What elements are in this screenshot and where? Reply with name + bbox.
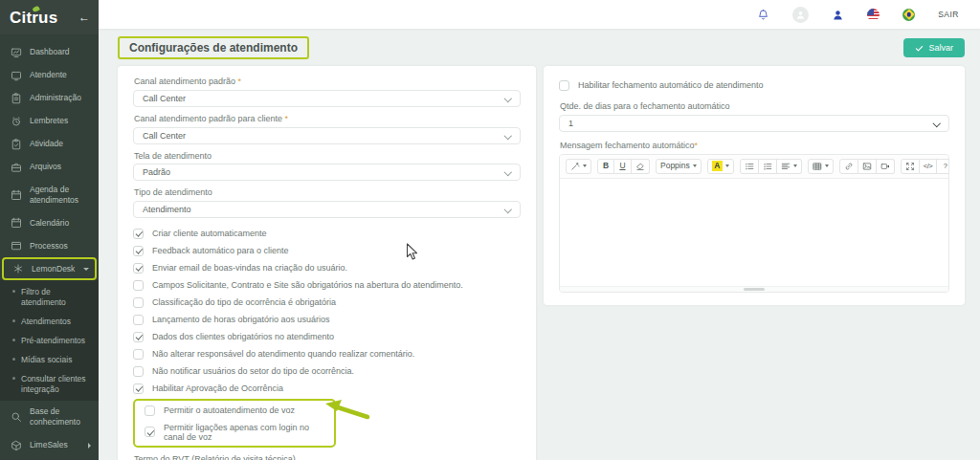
checkbox[interactable] [133, 297, 144, 308]
font-group: BU [597, 159, 650, 174]
caret-down-icon [793, 164, 797, 167]
sidebar-item-label: LemonDesk [32, 264, 75, 274]
sidebar-item-estatisticas[interactable]: Estatísticas [0, 457, 99, 460]
resize-grip[interactable] [744, 288, 765, 291]
sidebar-item-agenda-de-atendimentos[interactable]: Agenda de atendimentos [0, 179, 99, 211]
select-tipo-de-atendimento[interactable]: Atendimento [133, 201, 521, 218]
dashboard-icon [11, 47, 22, 58]
checkbox[interactable] [133, 332, 144, 342]
sidebar-subitem-filtro-de-atendimento[interactable]: Filtro de atendimento [0, 282, 99, 312]
checkbox[interactable] [559, 80, 569, 91]
checkbox[interactable] [145, 427, 155, 437]
field-label: Canal atendimento padrão para cliente * [134, 114, 520, 124]
avatar[interactable] [792, 7, 809, 23]
checkbox[interactable] [133, 349, 144, 360]
select-canal-atendimento-padrao[interactable]: Call Center [133, 90, 521, 107]
checkbox[interactable] [133, 263, 144, 274]
sidebar-item-base-de-conhecimento[interactable]: Base de conhecimento [0, 401, 99, 433]
link-button[interactable] [839, 159, 858, 174]
sidebar-item-administracao[interactable]: Administração [0, 87, 99, 110]
check-icon [915, 44, 924, 53]
save-button-label: Salvar [928, 43, 953, 53]
left-settings-card: Canal atendimento padrão *Call CenterCan… [118, 66, 536, 460]
checkbox[interactable] [133, 229, 144, 239]
checkbox-row[interactable]: Permitir ligações apenas com login no ca… [145, 419, 324, 445]
sidebar-item-lemondesk[interactable]: LemonDesk [2, 257, 97, 280]
sidebar-item-limesales[interactable]: LimeSales [0, 434, 99, 457]
sidebar-subitem-consultar-clientes-integracao[interactable]: Consultar clientes integração [0, 369, 99, 399]
checkbox[interactable] [133, 246, 144, 256]
content-area: Configurações de atendimento Salvar Cana… [99, 29, 980, 460]
checkbox-row[interactable]: Enviar email de boas-vindas na criação d… [133, 259, 521, 276]
bold-button[interactable]: B [597, 159, 614, 174]
clear-format-button[interactable] [632, 159, 650, 174]
select-canal-atendimento-padrao-cliente[interactable]: Call Center [133, 127, 521, 144]
checkbox[interactable] [133, 315, 144, 325]
caret-down-icon [725, 164, 729, 167]
para-group [740, 159, 802, 174]
checkbox-row[interactable]: Habilitar Aprovação de Ocorrência [133, 380, 521, 397]
topbar: SAIR [99, 0, 980, 29]
table-button[interactable] [808, 159, 834, 174]
font-color-button[interactable]: A [707, 159, 734, 174]
sidebar-item-dashboard[interactable]: Dashboard [0, 41, 99, 64]
paragraph-button[interactable] [777, 159, 802, 174]
checkbox-row[interactable]: Não notificar usuários do setor do tipo … [133, 362, 521, 380]
checkbox-row[interactable]: Permitir o autoatendimento de voz [145, 402, 324, 419]
sidebar-collapse-arrow-icon[interactable]: ← [78, 11, 90, 23]
checkbox-row[interactable]: Dados dos clientes obrigatórios no atend… [133, 328, 521, 345]
picture-button[interactable] [858, 159, 877, 174]
save-button[interactable]: Salvar [903, 38, 965, 57]
field-label: Tela de atendimento [134, 151, 520, 162]
notification-bell-icon[interactable] [757, 9, 769, 21]
fontname-group: Poppins [656, 159, 702, 174]
checkbox-row[interactable]: Feedback automático para o cliente [133, 242, 521, 259]
rvt-label: Termo do RVT (Relatório de visita técnic… [134, 454, 520, 460]
video-button[interactable] [877, 159, 895, 174]
checkbox-label: Criar cliente automaticamente [152, 229, 267, 238]
select-value: Padrão [143, 167, 170, 177]
checkbox[interactable] [145, 405, 155, 416]
fullscreen-button[interactable] [901, 159, 920, 174]
message-editor: BUPoppinsA</>? [559, 154, 949, 293]
auto-close-checkbox-row[interactable]: Habilitar fechamento automático de atend… [559, 77, 949, 94]
caret-down-icon [693, 164, 697, 167]
sidebar-item-lembretes[interactable]: Lembretes [0, 110, 99, 133]
checkbox-row[interactable]: Criar cliente automaticamente [133, 225, 521, 242]
code-view-button[interactable]: </> [920, 159, 937, 174]
us-flag-icon[interactable] [867, 9, 880, 21]
sidebar-subitem-pre-atendimentos[interactable]: Pré-atendimentos [0, 331, 99, 350]
magic-style-button[interactable] [566, 159, 591, 174]
citrus-app: Citrus ← DashboardAtendenteAdministração… [0, 0, 980, 460]
checkbox[interactable] [133, 280, 144, 291]
user-icon[interactable] [832, 9, 844, 21]
underline-button[interactable]: U [614, 159, 632, 174]
days-select[interactable]: 1 [559, 115, 949, 132]
logout-button[interactable]: SAIR [938, 10, 959, 19]
sidebar-subitem-atendimentos[interactable]: Atendimentos [0, 312, 99, 331]
sidebar-item-processos[interactable]: Processos [0, 234, 99, 257]
select-tela-de-atendimento[interactable]: Padrão [133, 164, 521, 181]
unordered-list-button[interactable] [740, 159, 759, 174]
sidebar-item-atendente[interactable]: Atendente [0, 64, 99, 87]
sidebar-item-calendario[interactable]: Calendário [0, 211, 99, 234]
sidebar-subitem-label: Filtro de atendimento [21, 287, 93, 308]
ordered-list-button[interactable] [759, 159, 777, 174]
sidebar-subitem-label: Pré-atendimentos [21, 336, 85, 346]
sidebar-item-atividade[interactable]: Atividade [0, 133, 99, 156]
citrus-logo: Citrus [10, 10, 57, 26]
checkbox[interactable] [133, 383, 144, 394]
brazil-flag-icon[interactable] [902, 9, 915, 21]
checkbox-row[interactable]: Lançamento de horas obrigatório aos usuá… [133, 311, 521, 328]
insert-group [839, 159, 895, 174]
checkbox-row[interactable]: Classificação do tipo de ocorrência é ob… [133, 294, 521, 311]
sidebar-item-arquivos[interactable]: Arquivos [0, 156, 99, 179]
checkbox-label: Não alterar responsável do atendimento q… [152, 349, 414, 359]
help-button[interactable]: ? [937, 159, 949, 174]
sidebar-subitem-midias-sociais[interactable]: Mídias sociais [0, 350, 99, 369]
checkbox-row[interactable]: Não alterar responsável do atendimento q… [133, 345, 521, 362]
font-family-button[interactable]: Poppins [656, 159, 702, 174]
message-editor-body[interactable] [560, 179, 948, 286]
checkbox[interactable] [133, 366, 144, 377]
checkbox-row[interactable]: Campos Solicitante, Contrato e Site são … [133, 276, 521, 294]
